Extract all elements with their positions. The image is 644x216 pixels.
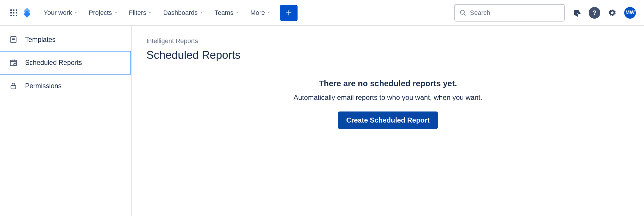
sidebar-item-label: Templates (25, 36, 56, 44)
lock-icon (9, 81, 18, 91)
sidebar: Templates Scheduled Reports Permissions (0, 26, 132, 216)
layout: Templates Scheduled Reports Permissions … (0, 26, 644, 216)
nav-label: Dashboards (163, 9, 198, 17)
nav-items: Your work Projects Filters Dashboards Te… (40, 6, 275, 20)
calendar-add-icon (9, 58, 18, 67)
sidebar-item-label: Scheduled Reports (25, 59, 82, 67)
empty-state-subtext: Automatically email reports to who you w… (243, 93, 534, 102)
nav-label: Your work (44, 9, 72, 17)
sidebar-item-label: Permissions (25, 82, 61, 90)
nav-your-work[interactable]: Your work (40, 6, 82, 20)
svg-rect-0 (10, 9, 12, 11)
svg-rect-8 (16, 15, 17, 16)
top-nav: Your work Projects Filters Dashboards Te… (0, 0, 644, 26)
jira-logo-icon[interactable] (22, 7, 33, 18)
svg-rect-6 (10, 15, 12, 16)
chevron-down-icon (199, 11, 204, 15)
create-button[interactable] (280, 5, 298, 21)
nav-more[interactable]: More (246, 6, 275, 20)
nav-dashboards[interactable]: Dashboards (159, 6, 208, 20)
notifications-icon[interactable] (571, 7, 582, 18)
nav-filters[interactable]: Filters (125, 6, 156, 20)
chevron-down-icon (114, 11, 118, 15)
svg-line-10 (464, 14, 466, 15)
svg-point-9 (460, 10, 464, 14)
empty-state: There are no scheduled reports yet. Auto… (243, 79, 534, 129)
svg-rect-21 (11, 86, 16, 89)
nav-right: ? MW (454, 4, 636, 22)
sidebar-item-scheduled-reports[interactable]: Scheduled Reports (0, 51, 131, 75)
plus-icon (284, 8, 293, 17)
svg-rect-7 (13, 15, 15, 16)
nav-label: Projects (89, 9, 112, 17)
templates-icon (9, 35, 18, 44)
chevron-down-icon (148, 11, 152, 15)
chevron-down-icon (267, 11, 271, 15)
chevron-down-icon (235, 11, 239, 15)
sidebar-item-permissions[interactable]: Permissions (0, 75, 131, 97)
help-icon[interactable]: ? (589, 7, 600, 19)
nav-teams[interactable]: Teams (210, 6, 243, 20)
settings-icon[interactable] (607, 7, 618, 18)
chevron-down-icon (74, 11, 78, 15)
avatar[interactable]: MW (624, 7, 636, 19)
nav-label: Teams (215, 9, 233, 17)
breadcrumb[interactable]: Intelligent Reports (146, 37, 629, 45)
nav-label: More (250, 9, 265, 17)
svg-rect-1 (13, 9, 15, 11)
svg-rect-2 (16, 9, 17, 11)
content: Intelligent Reports Scheduled Reports Th… (132, 26, 644, 216)
search-box[interactable] (454, 4, 565, 22)
svg-rect-4 (13, 12, 15, 13)
search-icon (459, 9, 466, 16)
empty-state-heading: There are no scheduled reports yet. (243, 79, 534, 88)
sidebar-item-templates[interactable]: Templates (0, 29, 131, 51)
svg-rect-5 (16, 12, 17, 13)
nav-projects[interactable]: Projects (85, 6, 122, 20)
page-title: Scheduled Reports (146, 49, 629, 61)
svg-rect-3 (10, 12, 12, 13)
create-scheduled-report-button[interactable]: Create Scheduled Report (338, 111, 438, 129)
app-switcher-icon[interactable] (8, 7, 19, 18)
search-input[interactable] (470, 9, 560, 17)
nav-label: Filters (129, 9, 146, 17)
